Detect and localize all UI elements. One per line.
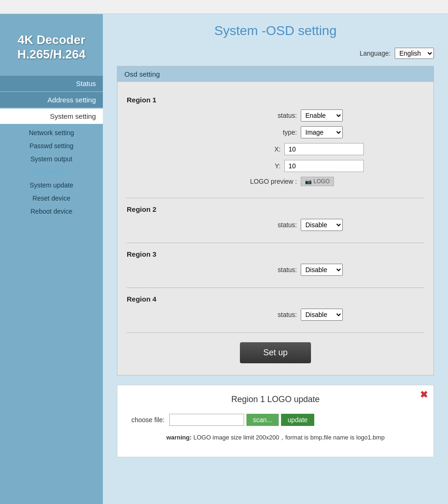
sidebar-item-passwd-setting[interactable]: Passwd setting — [0, 139, 103, 152]
region1-type-control: Image Text — [301, 126, 347, 138]
nav-system[interactable]: System setting Network setting Passwd se… — [0, 108, 103, 220]
card-body: Region 1 status: Enable Disable type: — [117, 82, 434, 375]
logo-area: 4K Decoder H.265/H.264 — [0, 23, 103, 76]
region1-status-label: status: — [203, 112, 297, 119]
active-arrow-icon: ► — [66, 169, 72, 175]
language-label: Language: — [360, 50, 390, 57]
region3-status-select[interactable]: Enable Disable — [301, 264, 343, 276]
region-2-title: Region 2 — [127, 205, 424, 213]
region3-status-control: Enable Disable — [301, 264, 347, 276]
nav-status[interactable]: Status — [0, 76, 103, 91]
region1-x-control — [284, 143, 364, 155]
sidebar-item-system-update[interactable]: System update — [0, 179, 103, 192]
region1-type-row: type: Image Text — [127, 126, 424, 138]
scan-button[interactable]: scan... — [246, 414, 279, 426]
region4-status-row: status: Enable Disable — [127, 309, 424, 321]
popup-file-row: choose file: scan... update — [131, 414, 419, 426]
sidebar-item-system-output[interactable]: System output — [0, 152, 103, 166]
region1-y-control — [284, 160, 364, 172]
page-title: System -OSD setting — [117, 23, 434, 38]
logo-title: 4K Decoder H.265/H.264 — [5, 33, 98, 62]
nav-sub-items: Network setting Passwd setting System ou… — [0, 124, 103, 220]
sidebar-item-osd-setting[interactable]: Osd setting ► — [0, 166, 103, 179]
region1-status-row: status: Enable Disable — [127, 109, 424, 122]
top-bar — [0, 0, 448, 14]
region4-status-select[interactable]: Enable Disable — [301, 309, 343, 321]
region1-logo-row: LOGO preview : 📷 LOGO — [127, 177, 424, 186]
popup-title: Region 1 LOGO update — [131, 395, 419, 404]
region2-status-select[interactable]: Enable Disable — [301, 219, 343, 231]
region1-status-control: Enable Disable — [301, 109, 347, 122]
region1-y-label: Y: — [187, 162, 281, 170]
region1-type-label: type: — [203, 129, 297, 136]
region1-logo-preview: 📷 LOGO — [301, 177, 347, 186]
region1-x-row: X: — [127, 143, 424, 155]
region-3-title: Region 3 — [127, 250, 424, 258]
logo-update-popup: ✖ Region 1 LOGO update choose file: scan… — [117, 385, 434, 457]
region-2-block: Region 2 status: Enable Disable — [127, 198, 424, 243]
setup-btn-row: Set up — [127, 333, 424, 368]
sidebar-item-system-setting[interactable]: System setting — [0, 108, 103, 124]
choose-file-label: choose file: — [131, 416, 165, 424]
sidebar-item-reset-device[interactable]: Reset device — [0, 192, 103, 205]
logo-line2: H.265/H.264 — [17, 47, 86, 61]
main-layout: 4K Decoder H.265/H.264 Status Address se… — [0, 14, 448, 504]
region1-x-input[interactable] — [284, 143, 364, 155]
popup-close-button[interactable]: ✖ — [420, 389, 428, 400]
region4-status-control: Enable Disable — [301, 309, 347, 321]
region1-y-input[interactable] — [284, 160, 364, 172]
logo-line1: 4K Decoder — [18, 33, 86, 47]
language-bar: Language: English Chinese — [117, 48, 434, 59]
region4-status-label: status: — [203, 311, 297, 318]
region2-status-row: status: Enable Disable — [127, 219, 424, 231]
logo-preview-image: 📷 LOGO — [301, 177, 334, 186]
sidebar-item-address-setting[interactable]: Address setting — [0, 92, 103, 108]
card-header: Osd setting — [117, 66, 434, 82]
nav-address[interactable]: Address setting — [0, 92, 103, 108]
region1-status-select[interactable]: Enable Disable — [301, 109, 343, 122]
region1-y-row: Y: — [127, 160, 424, 172]
warning-label: warning: — [166, 434, 192, 441]
sidebar-item-status[interactable]: Status — [0, 76, 103, 91]
osd-setting-card: Osd setting Region 1 status: Enable Disa… — [117, 66, 434, 375]
file-path-input[interactable] — [169, 414, 244, 426]
region1-type-select[interactable]: Image Text — [301, 126, 343, 138]
region-1-title: Region 1 — [127, 96, 424, 104]
warning-text: LOGO image size limit 200x200，format is … — [193, 434, 384, 441]
region1-x-label: X: — [187, 145, 281, 153]
main-content: System -OSD setting Language: English Ch… — [103, 14, 448, 504]
region1-logo-label: LOGO preview : — [203, 178, 297, 185]
region-1-block: Region 1 status: Enable Disable type: — [127, 89, 424, 198]
update-button[interactable]: update — [281, 414, 314, 426]
region-4-block: Region 4 status: Enable Disable — [127, 288, 424, 333]
sidebar: 4K Decoder H.265/H.264 Status Address se… — [0, 14, 103, 504]
popup-warning: warning: LOGO image size limit 200x200，f… — [131, 433, 419, 443]
sidebar-item-reboot-device[interactable]: Reboot device — [0, 205, 103, 218]
region2-status-control: Enable Disable — [301, 219, 347, 231]
setup-button[interactable]: Set up — [240, 342, 311, 363]
region2-status-label: status: — [203, 221, 297, 229]
region-3-block: Region 3 status: Enable Disable — [127, 243, 424, 288]
region3-status-row: status: Enable Disable — [127, 264, 424, 276]
language-select[interactable]: English Chinese — [395, 48, 434, 59]
region3-status-label: status: — [203, 266, 297, 274]
region-4-title: Region 4 — [127, 295, 424, 303]
sidebar-item-network-setting[interactable]: Network setting — [0, 126, 103, 139]
